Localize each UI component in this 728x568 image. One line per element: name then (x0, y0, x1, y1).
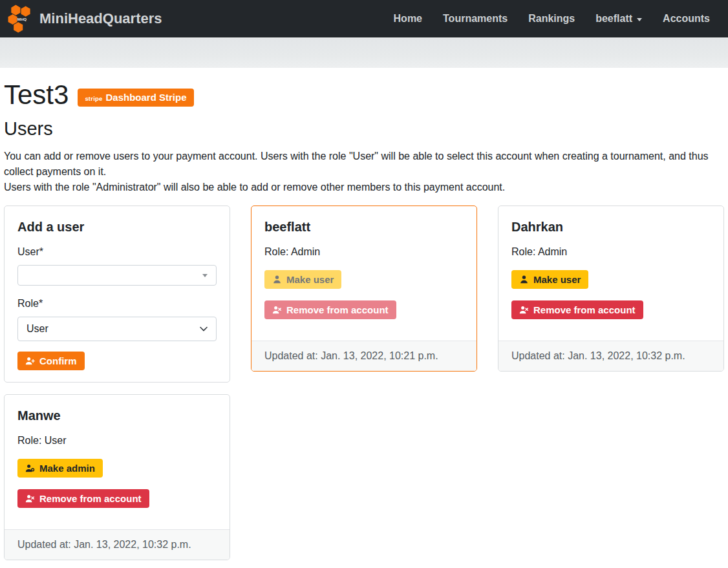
nav-item-accounts-label: Accounts (663, 13, 710, 25)
make-admin-button[interactable]: Make admin (17, 459, 103, 478)
navbar: MHQ MiniHeadQuarters Home Tournaments Ra… (0, 0, 728, 37)
user-gear-icon (25, 463, 35, 473)
remove-from-account-button[interactable]: Remove from account (511, 300, 643, 319)
add-user-card: Add a user User* Role* User (4, 205, 230, 383)
make-admin-button-label: Make admin (39, 462, 95, 474)
main-content: Test3 stripe Dashboard Stripe Users You … (0, 79, 728, 560)
updated-at: Updated at: Jan. 13, 2022, 10:21 p.m. (252, 341, 476, 371)
user-plus-icon (25, 356, 35, 366)
make-user-button-label: Make user (286, 273, 334, 286)
description-line-1: You can add or remove users to your paym… (4, 149, 724, 180)
remove-from-account-button-label: Remove from account (533, 304, 636, 316)
nav-item-home[interactable]: Home (383, 13, 433, 25)
nav-item-tournaments-label: Tournaments (443, 13, 508, 25)
section-title: Users (4, 118, 724, 140)
make-user-button-label: Make user (533, 273, 581, 286)
nav-item-user-menu-label: beeflatt (595, 13, 632, 25)
user-field-label: User* (17, 244, 217, 260)
brand-name: MiniHeadQuarters (39, 10, 162, 27)
nav-links: Home Tournaments Rankings beeflatt Accou… (383, 13, 720, 25)
member-card-dahrkan-body: Dahrkan Role: Admin Make user (498, 206, 723, 341)
user-select[interactable] (17, 265, 217, 286)
member-role: Role: User (17, 433, 217, 448)
remove-from-account-button[interactable]: Remove from account (264, 300, 396, 319)
user-icon (272, 275, 282, 284)
member-name: Manwe (17, 408, 217, 423)
chevron-down-icon (200, 326, 208, 331)
remove-from-account-button[interactable]: Remove from account (17, 489, 149, 508)
make-user-row: Make user (511, 270, 711, 289)
confirm-button[interactable]: Confirm (17, 352, 85, 370)
member-card-manwe: Manwe Role: User Make admin (4, 394, 230, 560)
updated-at: Updated at: Jan. 13, 2022, 10:32 p.m. (498, 341, 723, 371)
remove-row: Remove from account (264, 300, 464, 319)
add-user-card-title: Add a user (17, 219, 217, 235)
make-user-row: Make user (264, 270, 464, 289)
dropdown-arrow-icon (202, 274, 208, 277)
make-admin-row: Make admin (17, 459, 217, 478)
mhq-logo-text: MHQ (17, 17, 27, 21)
member-role: Role: Admin (264, 244, 464, 260)
nav-item-rankings-label: Rankings (528, 13, 575, 25)
mhq-logo-icon: MHQ (8, 4, 34, 34)
updated-at: Updated at: Jan. 13, 2022, 10:32 p.m. (5, 529, 230, 560)
title-row: Test3 stripe Dashboard Stripe (4, 79, 724, 111)
nav-item-rankings[interactable]: Rankings (518, 13, 585, 25)
user-x-icon (272, 305, 282, 315)
member-card-beeflatt-body: beeflatt Role: Admin Make user (252, 206, 476, 341)
nav-item-tournaments[interactable]: Tournaments (433, 13, 518, 25)
header-band (0, 37, 728, 68)
chevron-down-icon (637, 18, 642, 21)
role-select[interactable]: User (17, 317, 217, 341)
description-line-2: Users with the role "Administrator" will… (4, 180, 724, 195)
member-card-dahrkan: Dahrkan Role: Admin Make user (498, 205, 724, 372)
role-select-value: User (27, 323, 48, 335)
nav-item-home-label: Home (394, 13, 422, 25)
user-x-icon (25, 494, 35, 503)
role-field-label: Role* (17, 296, 217, 311)
member-name: beeflatt (264, 219, 464, 235)
remove-row: Remove from account (511, 300, 711, 319)
brand-link[interactable]: MHQ MiniHeadQuarters (8, 4, 162, 34)
member-card-manwe-body: Manwe Role: User Make admin (5, 395, 230, 529)
page-title: Test3 (4, 79, 69, 111)
member-role: Role: Admin (511, 244, 711, 260)
nav-item-accounts[interactable]: Accounts (652, 13, 720, 25)
remove-from-account-button-label: Remove from account (39, 492, 142, 505)
remove-from-account-button-label: Remove from account (286, 304, 389, 316)
dashboard-stripe-button[interactable]: stripe Dashboard Stripe (78, 89, 193, 107)
make-user-button[interactable]: Make user (264, 270, 341, 289)
user-icon (519, 275, 529, 284)
confirm-button-label: Confirm (39, 355, 77, 367)
remove-row: Remove from account (17, 489, 217, 508)
stripe-logo: stripe (85, 95, 102, 102)
cards-grid: Add a user User* Role* User (4, 205, 724, 560)
member-card-beeflatt: beeflatt Role: Admin Make user (251, 205, 477, 372)
user-x-icon (519, 305, 529, 315)
add-user-card-body: Add a user User* Role* User (5, 206, 230, 382)
make-user-button[interactable]: Make user (511, 270, 588, 289)
member-name: Dahrkan (511, 219, 711, 235)
dashboard-stripe-label: Dashboard Stripe (105, 92, 186, 103)
nav-item-user-menu[interactable]: beeflatt (585, 13, 652, 25)
